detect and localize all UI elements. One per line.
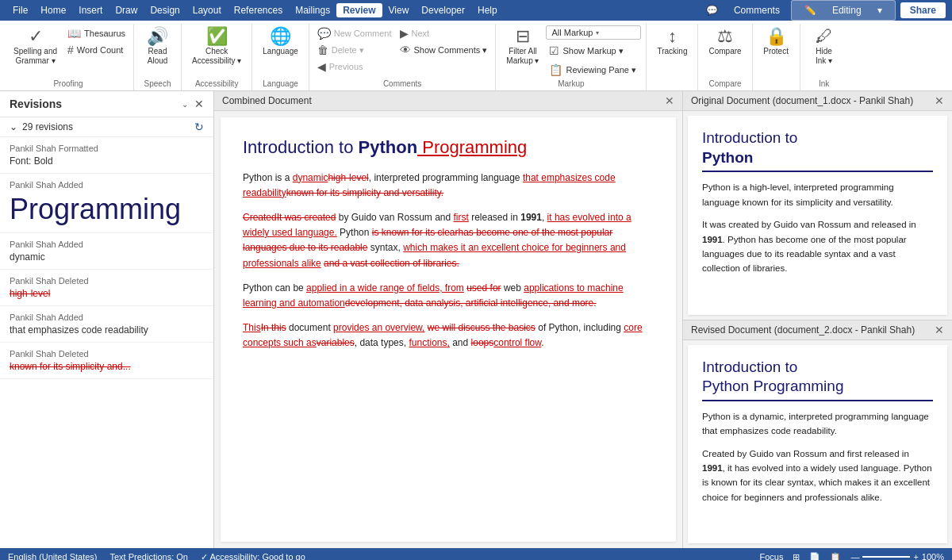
rev-content-deleted: known for its simplicity and... (10, 361, 204, 372)
comments-right-col: ▶ Next 👁 Show Comments ▾ (397, 25, 491, 58)
revision-item: Pankil Shah Deleted known for its simpli… (0, 343, 213, 379)
combined-doc-heading: Introduction to Python Programming (243, 136, 654, 159)
revision-item: Pankil Shah Deleted high-level (0, 270, 213, 306)
ribbon-group-proofing: ✓ Spelling andGrammar ▾ 📖 Thesaurus # Wo… (3, 24, 134, 90)
menu-design[interactable]: Design (144, 3, 186, 17)
rev-author: Pankil Shah Deleted (10, 276, 204, 286)
revised-doc-heading: Introduction toPython Programming (702, 358, 933, 401)
revision-item: Pankil Shah Formatted Font: Bold (0, 137, 213, 174)
thesaurus-button[interactable]: 📖 Thesaurus (64, 25, 129, 41)
language-button[interactable]: 🌐 Language (257, 25, 304, 59)
zoom-in-button[interactable]: + (913, 552, 918, 560)
menu-mailings[interactable]: Mailings (289, 3, 336, 17)
rev-content: that emphasizes code readability (10, 324, 204, 336)
new-comment-button[interactable]: 💬 New Comment (314, 25, 395, 41)
rev-author: Pankil Shah Added (10, 240, 204, 249)
combined-doc-content[interactable]: Introduction to Python Programming Pytho… (221, 117, 676, 542)
print-layout-icon[interactable]: 📋 (830, 552, 841, 561)
menu-home[interactable]: Home (34, 3, 72, 17)
collapse-all-icon[interactable]: ⌄ (10, 121, 17, 132)
menu-help[interactable]: Help (471, 3, 504, 17)
menu-file[interactable]: File (6, 3, 34, 17)
proofing-small-buttons: 📖 Thesaurus # Word Count (64, 25, 129, 58)
read-aloud-button[interactable]: 🔊 ReadAloud (141, 25, 174, 68)
revision-item: Pankil Shah Added that emphasizes code r… (0, 306, 213, 343)
revisions-list: Pankil Shah Formatted Font: Bold Pankil … (0, 137, 213, 548)
compare-button[interactable]: ⚖ Compare (703, 25, 747, 59)
revised-doc-header: Revised Document (document_2.docx - Pank… (683, 320, 952, 340)
menu-insert[interactable]: Insert (72, 3, 109, 17)
original-doc-header: Original Document (document_1.docx - Pan… (683, 91, 952, 111)
text-predictions-status: Text Predictions: On (110, 552, 188, 560)
original-para-2: It was created by Guido van Rossum and r… (702, 217, 933, 276)
delete-icon: 🗑 (317, 44, 328, 56)
refresh-icon[interactable]: ↻ (194, 121, 204, 133)
read-mode-icon[interactable]: 📄 (809, 552, 820, 561)
ribbon-group-compare: ⚖ Compare Compare (698, 24, 752, 90)
accessibility-check-icon: ✓ (201, 552, 208, 561)
ribbon-toolbar: ✓ Spelling andGrammar ▾ 📖 Thesaurus # Wo… (0, 21, 952, 91)
close-original-doc-button[interactable]: ✕ (935, 94, 944, 107)
close-combined-doc-button[interactable]: ✕ (665, 94, 674, 107)
menu-view[interactable]: View (382, 3, 416, 17)
previous-button[interactable]: ◀ Previous (314, 59, 395, 75)
word-count-icon: # (67, 44, 74, 56)
close-revisions-button[interactable]: ✕ (194, 98, 204, 110)
accessibility-status: ✓ Accessibility: Good to go (201, 552, 305, 561)
editing-button[interactable]: ✏️ Editing ▾ (791, 0, 896, 21)
next-button[interactable]: ▶ Next (397, 25, 491, 41)
zoom-out-button[interactable]: — (850, 552, 859, 560)
all-markup-dropdown[interactable]: All Markup ▾ (546, 25, 641, 40)
show-markup-button[interactable]: ☑ Show Markup ▾ (546, 43, 641, 59)
delete-button[interactable]: 🗑 Delete ▾ (314, 42, 395, 58)
prev-icon: ◀ (317, 60, 326, 73)
rev-author: Pankil Shah Formatted (10, 144, 204, 153)
chevron-down-icon: ▾ (871, 3, 889, 17)
revised-para-1: Python is a dynamic, interpreted program… (702, 409, 933, 439)
focus-button[interactable]: Focus (759, 552, 783, 560)
menu-developer[interactable]: Developer (415, 3, 471, 17)
ribbon-group-protect: 🔒 Protect (753, 24, 800, 90)
comment-icon: 💬 (700, 3, 724, 17)
status-bar-right: Focus ⊞ 📄 📋 — + 100% (759, 552, 944, 561)
tracking-button[interactable]: ↕ Tracking (651, 25, 693, 59)
word-count-button[interactable]: # Word Count (64, 42, 129, 58)
menu-references[interactable]: References (228, 3, 289, 17)
spelling-grammar-button[interactable]: ✓ Spelling andGrammar ▾ (8, 25, 63, 68)
share-button[interactable]: Share (900, 2, 946, 18)
zoom-slider[interactable] (862, 556, 910, 558)
revision-item: Pankil Shah Added Programming (0, 174, 213, 233)
menu-layout[interactable]: Layout (186, 3, 228, 17)
revised-para-2: Created by Guido van Rossum and first re… (702, 447, 933, 505)
revised-doc-content[interactable]: Introduction toPython Programming Python… (688, 345, 947, 544)
collapse-icon[interactable]: ⌄ (182, 100, 188, 109)
hide-ink-button[interactable]: 🖊 HideInk ▾ (808, 25, 840, 68)
zoom-controls: — + 100% (850, 552, 944, 560)
rev-content: Font: Bold (10, 155, 204, 167)
speaker-icon: 🔊 (147, 28, 168, 45)
original-doc-content[interactable]: Introduction toPython Python is a high-l… (688, 116, 947, 315)
check-accessibility-button[interactable]: ✅ CheckAccessibility ▾ (186, 25, 247, 68)
show-comments-button[interactable]: 👁 Show Comments ▾ (397, 42, 491, 58)
filter-all-markup-button[interactable]: ⊟ Filter AllMarkup ▾ (501, 25, 544, 68)
reviewing-pane-icon: 📋 (549, 63, 562, 76)
combined-para-2: CreatedIt was created by Guido van Rossu… (243, 210, 654, 271)
show-icon: 👁 (400, 44, 411, 56)
original-para-1: Python is a high-level, interpreted prog… (702, 180, 933, 209)
revised-doc-title: Revised Document (document_2.docx - Pank… (691, 324, 915, 336)
comments-button[interactable]: 💬 Comments (700, 3, 786, 17)
protect-button[interactable]: 🔒 Protect (758, 25, 794, 59)
menu-review[interactable]: Review (336, 3, 382, 17)
reviewing-pane-button[interactable]: 📋 Reviewing Pane ▾ (546, 62, 641, 78)
layout-icon[interactable]: ⊞ (793, 552, 800, 561)
menu-draw[interactable]: Draw (109, 3, 144, 17)
next-icon: ▶ (400, 27, 409, 40)
revisions-sub-header: ⌄ 29 revisions ↻ (0, 117, 213, 137)
close-revised-doc-button[interactable]: ✕ (935, 324, 944, 336)
zoom-level: 100% (922, 552, 944, 560)
filter-icon: ⊟ (516, 28, 530, 45)
compare-icon: ⚖ (717, 28, 733, 45)
original-doc-title: Original Document (document_1.docx - Pan… (691, 95, 913, 106)
documents-area: Combined Document ✕ Introduction to Pyth… (214, 91, 952, 548)
spelling-icon: ✓ (29, 28, 43, 45)
